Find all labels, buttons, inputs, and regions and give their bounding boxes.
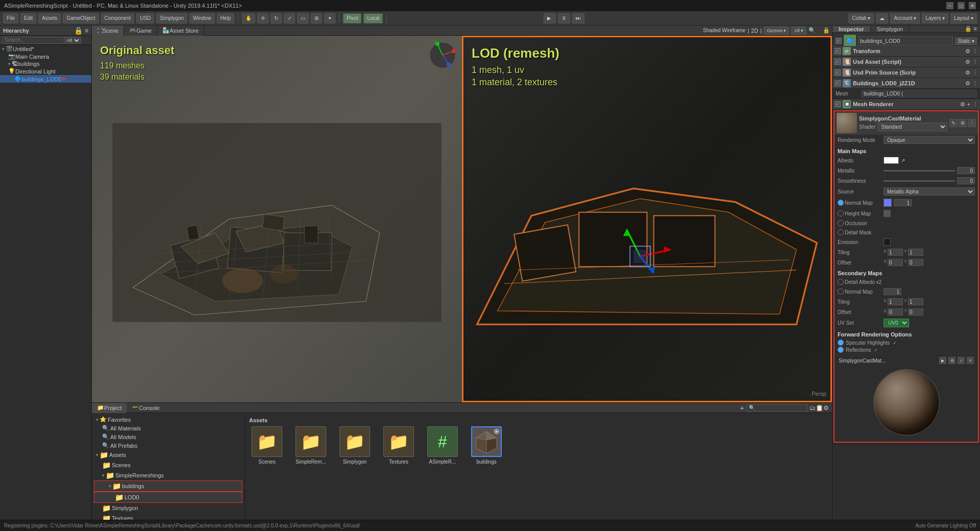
hierarchy-item-buildings-lod0[interactable]: 🔷 buildings_LOD0 bbox=[0, 75, 91, 83]
help-menu[interactable]: Help bbox=[217, 13, 235, 23]
hierarchy-item-directional-light[interactable]: 💡 Directional Light bbox=[0, 67, 91, 75]
height-map-swatch[interactable] bbox=[884, 210, 891, 217]
inspector-lock-icon[interactable]: 🔒 bbox=[965, 26, 972, 32]
transform-menu-icon[interactable]: ⋮ bbox=[972, 48, 978, 55]
tree-item-all-models[interactable]: 🔍 All Models bbox=[94, 432, 242, 441]
step-button[interactable]: ⏭ bbox=[572, 13, 584, 23]
tree-item-all-materials[interactable]: 🔍 All Materials bbox=[94, 424, 242, 432]
reflections-check[interactable] bbox=[838, 347, 844, 353]
tab-console[interactable]: 📟 Console bbox=[127, 403, 164, 413]
tree-item-all-prefabs[interactable]: 🔍 All Prefabs bbox=[94, 441, 242, 450]
hierarchy-item-buildings[interactable]: ▾ 🏗 buildings bbox=[0, 60, 91, 67]
play-button[interactable]: ▶ bbox=[544, 13, 556, 23]
usd-prim-menu-icon[interactable]: ⋮ bbox=[972, 69, 978, 76]
sec-offset-y-input[interactable] bbox=[908, 308, 923, 316]
static-dropdown[interactable]: Static ▾ bbox=[955, 37, 977, 45]
mesh-renderer-settings[interactable]: ⚙ bbox=[960, 101, 965, 108]
mesh-renderer-menu[interactable]: ⋮ bbox=[972, 101, 978, 108]
tab-asset-store[interactable]: 🏪 Asset Store bbox=[157, 26, 204, 36]
viewport[interactable]: Original asset 119 meshes 39 materials bbox=[92, 36, 832, 402]
usd-prim-header[interactable]: 📜 Usd Prim Source (Scrip ⚙ ⋮ bbox=[832, 67, 980, 78]
asset-buildings-mesh[interactable]: ▶ buildings bbox=[469, 426, 504, 465]
transform-tool[interactable]: ⊞ bbox=[311, 13, 322, 23]
smoothness-num[interactable]: 0 bbox=[957, 177, 975, 184]
object-active-checkbox[interactable] bbox=[836, 38, 842, 44]
collab-button[interactable]: Collab ▾ bbox=[848, 13, 874, 23]
sec-offset-x-input[interactable] bbox=[888, 308, 903, 316]
tab-scene[interactable]: ⛶ Scene bbox=[92, 26, 124, 36]
layers-dropdown[interactable]: Layers ▾ bbox=[922, 13, 948, 23]
usd-prim-settings-icon[interactable]: ⚙ bbox=[965, 69, 970, 76]
cloud-button[interactable]: ☁ bbox=[876, 13, 888, 23]
usd-asset-enabled[interactable] bbox=[835, 59, 841, 65]
custom-tool[interactable]: ✦ bbox=[324, 13, 335, 23]
asset-asimpler[interactable]: # ASimpleR... bbox=[425, 426, 460, 465]
gizmos-button[interactable]: Gizmos ▾ bbox=[764, 27, 789, 35]
tree-item-lod0[interactable]: 📁 LOD0 bbox=[94, 492, 242, 503]
tree-item-favorites[interactable]: ▾ ⭐ Favorites bbox=[94, 415, 242, 424]
window-menu[interactable]: Window bbox=[189, 13, 215, 23]
occlusion-circle[interactable] bbox=[838, 220, 844, 226]
secondary-normal-num[interactable]: 1 bbox=[884, 288, 901, 295]
component-menu[interactable]: Component bbox=[101, 13, 135, 23]
tab-inspector[interactable]: Inspector bbox=[832, 26, 871, 32]
rendering-mode-select[interactable]: Opaque bbox=[884, 136, 975, 144]
buildings-lod-enabled[interactable] bbox=[835, 80, 841, 86]
hierarchy-filter[interactable]: All bbox=[64, 37, 81, 44]
tiling-x-input[interactable] bbox=[888, 249, 903, 256]
detail-mask-circle[interactable] bbox=[838, 229, 844, 235]
lock-scene-icon[interactable]: 🔒 bbox=[823, 27, 830, 34]
tab-game[interactable]: 🎮 Game bbox=[124, 26, 157, 36]
hand-tool[interactable]: ✋ bbox=[242, 13, 255, 23]
hierarchy-item-untitled[interactable]: ▾ 🎬 Untitled* bbox=[0, 45, 91, 53]
transform-header[interactable]: ⇄ Transform ⚙ ⋮ bbox=[832, 46, 980, 56]
assets-menu[interactable]: Assets bbox=[38, 13, 61, 23]
smoothness-slider[interactable] bbox=[884, 180, 955, 182]
file-menu[interactable]: File bbox=[3, 13, 18, 23]
tiling-y-input[interactable] bbox=[908, 249, 923, 256]
project-search[interactable] bbox=[746, 404, 807, 412]
detail-albedo-circle[interactable] bbox=[838, 279, 844, 285]
tree-item-textures[interactable]: 📁 Textures bbox=[94, 513, 242, 520]
mesh-renderer-add[interactable]: + bbox=[967, 101, 970, 107]
uv-set-select[interactable]: UV0 bbox=[884, 319, 909, 327]
asset-scenes[interactable]: 📁 Scenes bbox=[249, 426, 285, 465]
pivot-button[interactable]: Pivot bbox=[343, 13, 361, 23]
hierarchy-item-main-camera[interactable]: 📷 Main Camera bbox=[0, 53, 91, 60]
mat-settings-button[interactable]: ⚙ bbox=[959, 119, 967, 127]
scale-tool[interactable]: ⤢ bbox=[284, 13, 295, 23]
close-button[interactable]: ✕ bbox=[969, 2, 976, 9]
local-button[interactable]: Local bbox=[363, 13, 383, 23]
normal-map-swatch[interactable] bbox=[884, 199, 892, 207]
usd-asset-settings-icon[interactable]: ⚙ bbox=[965, 59, 970, 65]
tree-item-scenes[interactable]: 📁 Scenes bbox=[94, 460, 242, 470]
rotate-tool[interactable]: ↻ bbox=[271, 13, 282, 23]
mesh-renderer-enabled[interactable] bbox=[835, 101, 841, 107]
account-dropdown[interactable]: Account ▾ bbox=[890, 13, 920, 23]
mesh-value[interactable]: buildings_LOD0 ( bbox=[861, 90, 977, 98]
source-select[interactable]: Metallic Alpha bbox=[884, 187, 975, 196]
mat-preview-expand[interactable]: ⤢ bbox=[958, 357, 965, 364]
mat-preview-play[interactable]: ▶ bbox=[939, 357, 946, 364]
tab-project[interactable]: 📁 Project bbox=[92, 403, 127, 413]
usd-menu[interactable]: USD bbox=[136, 13, 154, 23]
all-button[interactable]: All ▾ bbox=[791, 27, 806, 35]
height-map-circle[interactable] bbox=[838, 210, 844, 216]
inspector-menu-icon[interactable]: ≡ bbox=[974, 26, 977, 32]
sec-tiling-y-input[interactable] bbox=[908, 298, 923, 305]
transform-enabled[interactable] bbox=[835, 48, 841, 54]
albedo-color-swatch[interactable] bbox=[884, 157, 899, 164]
asset-simplygon[interactable]: 📁 Simplygon bbox=[337, 426, 373, 465]
secondary-normal-circle[interactable] bbox=[838, 288, 844, 295]
emission-swatch[interactable] bbox=[884, 238, 891, 246]
object-name-input[interactable] bbox=[858, 36, 953, 45]
layout-dropdown[interactable]: Layout ▾ bbox=[950, 13, 977, 23]
offset-x-input[interactable] bbox=[888, 259, 903, 266]
metallic-num[interactable]: 0 bbox=[957, 167, 975, 174]
specular-highlights-check[interactable] bbox=[838, 340, 844, 346]
hierarchy-menu-icon[interactable]: ≡ bbox=[85, 27, 88, 34]
mesh-renderer-header[interactable]: 🔲 Mesh Renderer ⚙ + ⋮ bbox=[832, 99, 980, 109]
asset-textures[interactable]: 📁 Textures bbox=[381, 426, 416, 465]
usd-asset-menu-icon[interactable]: ⋮ bbox=[972, 59, 978, 65]
usd-prim-enabled[interactable] bbox=[835, 69, 841, 76]
